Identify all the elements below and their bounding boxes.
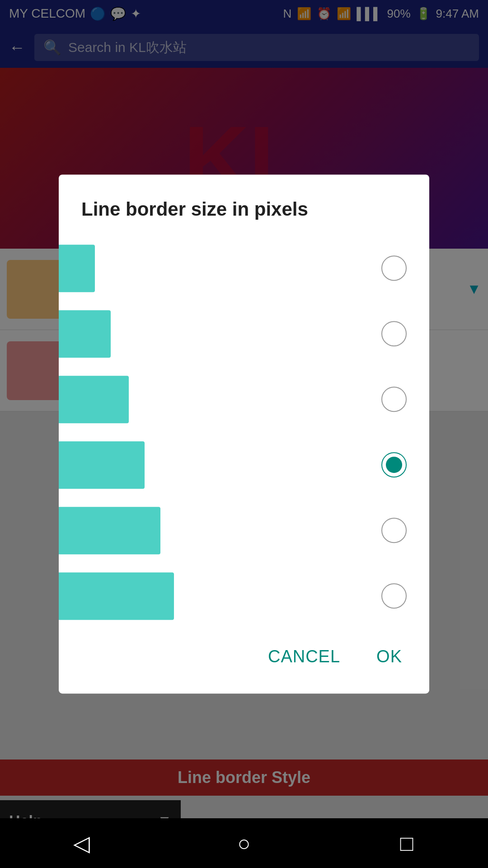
radio-20[interactable]: [381, 387, 407, 412]
option-20[interactable]: 20: [59, 367, 429, 432]
radio-10[interactable]: [381, 321, 407, 346]
bar-indicator-20: [59, 376, 129, 423]
bar-indicator-10: [59, 310, 111, 358]
radio-50[interactable]: [381, 583, 407, 609]
bar-indicator-40: [59, 507, 160, 554]
option-5[interactable]: 5: [59, 236, 429, 301]
bar-indicator-50: [59, 572, 174, 620]
back-nav-button[interactable]: ◁: [59, 821, 104, 866]
cancel-button[interactable]: CANCEL: [259, 638, 349, 675]
navigation-bar: ◁ ○ □: [0, 818, 488, 868]
dialog-title: Line border size in pixels: [59, 175, 429, 236]
option-30[interactable]: 30: [59, 432, 429, 498]
radio-40[interactable]: [381, 518, 407, 543]
radio-30[interactable]: [381, 452, 407, 477]
line-border-dialog: Line border size in pixels 5 10 20 30: [59, 175, 429, 693]
dialog-options-list: 5 10 20 30 40: [59, 236, 429, 629]
radio-5[interactable]: [381, 255, 407, 281]
option-10[interactable]: 10: [59, 301, 429, 367]
option-40[interactable]: 40: [59, 498, 429, 563]
bar-indicator-5: [59, 245, 95, 292]
bar-indicator-30: [59, 441, 145, 489]
home-nav-button[interactable]: ○: [221, 821, 267, 866]
dialog-actions: CANCEL OK: [59, 629, 429, 693]
radio-inner-30: [386, 457, 402, 473]
ok-button[interactable]: OK: [367, 638, 411, 675]
recent-nav-button[interactable]: □: [384, 821, 429, 866]
option-50[interactable]: 50: [59, 563, 429, 629]
